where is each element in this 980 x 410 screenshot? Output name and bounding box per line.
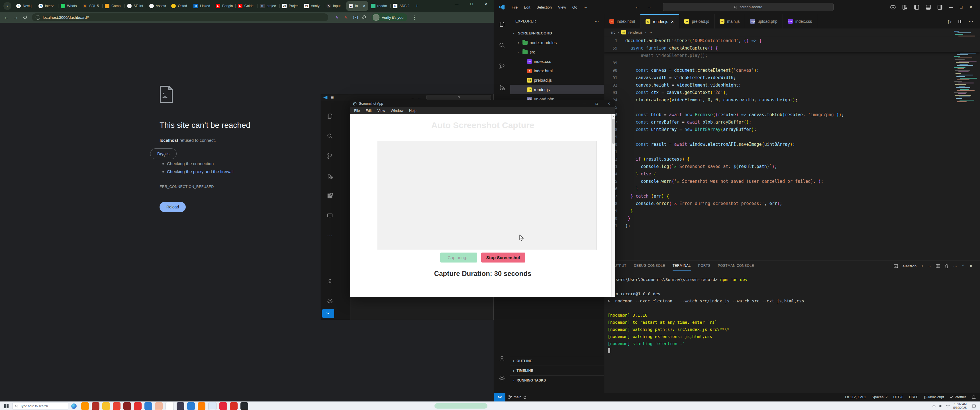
status-item-ln-112-col-1[interactable]: Ln 112, Col 1 bbox=[845, 395, 866, 399]
menu-edit[interactable]: Edit bbox=[521, 4, 533, 11]
scrollbar-thumb[interactable] bbox=[612, 119, 615, 144]
browser-menu-icon[interactable]: ⋮ bbox=[412, 14, 417, 21]
extensions-puzzle-icon[interactable] bbox=[362, 15, 367, 20]
browser-tab-lo[interactable]: ▲lo✕ bbox=[346, 1, 368, 11]
settings-gear-icon[interactable] bbox=[326, 297, 334, 305]
tree-item-index-css[interactable]: cssindex.css bbox=[510, 57, 604, 66]
taskbar-app-obs[interactable] bbox=[177, 402, 184, 410]
status-item-crlf[interactable]: CRLF bbox=[909, 395, 918, 399]
browser-tab-analyt[interactable]: v0Analyt bbox=[302, 1, 324, 11]
float-forward-icon[interactable]: → bbox=[417, 95, 421, 100]
editor-more-icon[interactable]: ⋯ bbox=[969, 19, 973, 24]
section-outline[interactable]: ›OUTLINE bbox=[510, 356, 604, 366]
section-timeline[interactable]: ›TIMELINE bbox=[510, 366, 604, 375]
start-button[interactable] bbox=[0, 402, 13, 410]
tray-chevron-up-icon[interactable] bbox=[932, 405, 935, 407]
taskbar-app-github-desktop[interactable] bbox=[240, 402, 248, 410]
taskbar-search[interactable]: Type here to search bbox=[13, 403, 68, 410]
sync-icon[interactable] bbox=[523, 396, 527, 399]
panel-collapse-icon[interactable]: ⌃ bbox=[961, 264, 965, 268]
reload-button[interactable]: Reload bbox=[159, 202, 186, 212]
panel-more-icon[interactable]: ⋯ bbox=[953, 264, 957, 268]
taskbar-app-gimp[interactable] bbox=[92, 402, 99, 410]
explorer-more-icon[interactable]: ⋯ bbox=[595, 19, 599, 24]
menu-go[interactable]: Go bbox=[570, 4, 580, 11]
screen-capture-extension-icon[interactable] bbox=[353, 15, 358, 20]
debug-icon[interactable] bbox=[326, 172, 334, 180]
scm-icon[interactable] bbox=[498, 63, 506, 70]
tree-item-screen-record[interactable]: ›SCREEN-RECORD bbox=[510, 29, 604, 38]
browser-close-button[interactable]: ✕ bbox=[485, 2, 488, 6]
tab-search-chevron-icon[interactable]: ˅ bbox=[3, 2, 11, 10]
customize-layout-icon[interactable] bbox=[902, 5, 907, 10]
app-menu-edit[interactable]: Edit bbox=[366, 109, 372, 113]
marker-extension-icon[interactable]: ✎ bbox=[344, 15, 349, 20]
app-menu-view[interactable]: View bbox=[377, 109, 385, 113]
editor-tab-main-js[interactable]: JSmain.js bbox=[714, 14, 745, 29]
settings-gear-icon[interactable] bbox=[498, 375, 506, 382]
browser-tab-sql-5[interactable]: SSQL 5 bbox=[80, 1, 102, 11]
app-menu-help[interactable]: Help bbox=[409, 109, 417, 113]
files-icon[interactable] bbox=[498, 21, 506, 28]
menu-more[interactable]: ⋯ bbox=[581, 4, 590, 11]
more-actions-icon[interactable]: ⋯ bbox=[326, 232, 334, 240]
float-search-box[interactable] bbox=[426, 95, 491, 100]
back-icon[interactable]: ← bbox=[4, 14, 9, 20]
debug-icon[interactable] bbox=[498, 84, 506, 91]
status-item-spaces-2[interactable]: Spaces: 2 bbox=[872, 395, 888, 399]
taskbar-app-vlc[interactable] bbox=[198, 402, 205, 410]
editor-tab-preload-js[interactable]: JSpreload.js bbox=[679, 14, 714, 29]
app-maximize-button[interactable]: □ bbox=[596, 102, 598, 106]
split-terminal-icon[interactable] bbox=[936, 264, 940, 268]
capturing-button[interactable]: Capturing... bbox=[440, 253, 477, 262]
taskbar-app-edge[interactable] bbox=[145, 402, 152, 410]
toggle-sidebar-icon[interactable] bbox=[914, 5, 919, 10]
browser-tab-readm[interactable]: readm bbox=[368, 1, 391, 11]
taskbar-app-chrome[interactable] bbox=[113, 402, 121, 410]
new-terminal-icon[interactable]: + bbox=[921, 264, 924, 268]
account-icon[interactable] bbox=[326, 278, 334, 285]
hamburger-menu-icon[interactable]: ☰ bbox=[331, 95, 334, 100]
browser-tab-adb-j[interactable]: ◎ADB-J bbox=[390, 1, 412, 11]
browser-tab-linked[interactable]: inLinked bbox=[191, 1, 213, 11]
editor-tab-render-js[interactable]: JSrender.js✕ bbox=[640, 14, 679, 29]
verify-profile-button[interactable]: Verify it's you bbox=[371, 13, 407, 21]
browser-tab-input[interactable]: ✎Input bbox=[324, 1, 346, 11]
scroll-up-arrow-icon[interactable]: ▲ bbox=[612, 115, 614, 117]
terminal-output[interactable]: sers\User\Documents\Sourav\screen-record… bbox=[608, 276, 804, 354]
taskbar-app-opera[interactable] bbox=[134, 402, 142, 410]
browser-tab-ostad[interactable]: Ostad bbox=[169, 1, 191, 11]
account-icon[interactable] bbox=[498, 355, 506, 362]
kill-terminal-icon[interactable] bbox=[945, 264, 949, 268]
taskbar-app-notepad[interactable] bbox=[165, 402, 174, 410]
status-item-prettier[interactable]: Prettier bbox=[950, 395, 966, 399]
app-minimize-button[interactable]: — bbox=[582, 102, 586, 106]
browser-tab-interv[interactable]: NInterv bbox=[36, 1, 58, 11]
command-center-search[interactable]: screen-record bbox=[663, 3, 834, 11]
scm-icon[interactable] bbox=[326, 153, 334, 160]
highlighter-extension-icon[interactable]: ✎ bbox=[334, 15, 340, 20]
new-tab-button[interactable]: + bbox=[415, 3, 418, 9]
app-close-button[interactable]: ✕ bbox=[608, 102, 610, 106]
tree-item-node-modules[interactable]: ›node_modules bbox=[510, 38, 604, 47]
editor-forward-icon[interactable]: → bbox=[647, 5, 652, 10]
editor-tab-index-css[interactable]: cssindex.css bbox=[783, 14, 817, 29]
reload-icon[interactable] bbox=[23, 15, 27, 20]
clock[interactable]: 10:32 AM 5/19/2025 bbox=[953, 402, 967, 410]
panel-tab-terminal[interactable]: TERMINAL bbox=[673, 261, 691, 271]
breadcrumb[interactable]: src › JS render.js › ⋯ bbox=[604, 29, 980, 36]
notifications-bell-icon[interactable] bbox=[972, 395, 976, 399]
browser-tab-projec[interactable]: v0Projec bbox=[280, 1, 302, 11]
browser-tab-golde[interactable]: ▶Golde bbox=[235, 1, 258, 11]
browser-tab-comp[interactable]: Comp bbox=[102, 1, 124, 11]
breadcrumb-folder[interactable]: src bbox=[611, 30, 615, 35]
status-item-utf-8[interactable]: UTF-8 bbox=[893, 395, 903, 399]
notification-center-icon[interactable] bbox=[970, 403, 977, 409]
tab-close-icon[interactable]: ✕ bbox=[671, 20, 674, 24]
editor-back-icon[interactable]: ← bbox=[635, 5, 640, 10]
menu-view[interactable]: View bbox=[555, 4, 569, 11]
taskbar-app-operagx[interactable] bbox=[220, 402, 227, 410]
remote-icon[interactable] bbox=[326, 212, 334, 219]
forward-icon[interactable]: → bbox=[13, 14, 18, 20]
app-scrollbar[interactable]: ▲ bbox=[611, 114, 615, 297]
